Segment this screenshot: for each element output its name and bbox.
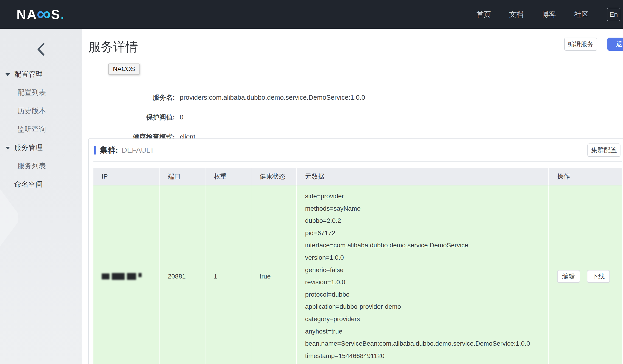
column-header-health: 健康状态 <box>251 168 297 185</box>
instances-table: IP 端口 权重 健康状态 元数据 操作 20881 1 <box>93 168 622 364</box>
column-header-operation: 操作 <box>549 168 622 185</box>
accent-bar <box>94 146 96 155</box>
instance-row: 20881 1 true side=provider methods=sayNa… <box>93 185 622 364</box>
field-value: providers:com.alibaba.dubbo.demo.service… <box>180 93 365 102</box>
sidebar: 配置管理 配置列表 历史版本 监听查询 服务管理 服务列表 命名空间 <box>0 29 82 364</box>
column-header-port: 端口 <box>159 168 205 185</box>
cell-healthy: true <box>251 185 297 364</box>
sidebar-group-label: 配置管理 <box>14 70 43 78</box>
metadata-line: category=providers <box>305 313 544 325</box>
top-navigation: 首页 文档 博客 社区 En <box>477 8 623 21</box>
caret-down-icon <box>5 73 10 76</box>
sidebar-group-label: 服务管理 <box>14 143 43 152</box>
page-header: 服务详情 编辑服务 返回 <box>82 29 623 56</box>
sidebar-item-history-versions[interactable]: 历史版本 <box>0 102 82 120</box>
field-label: 服务名: <box>82 93 175 102</box>
cell-port: 20881 <box>159 185 205 364</box>
nacos-tooltip-badge: NACOS <box>108 63 140 75</box>
back-button[interactable]: 返回 <box>607 38 623 51</box>
cluster-name: DEFAULT <box>122 146 154 155</box>
chevron-left-icon <box>36 42 46 56</box>
table-header-row: IP 端口 权重 健康状态 元数据 操作 <box>93 168 622 185</box>
sidebar-group-service-management[interactable]: 服务管理 <box>0 139 82 157</box>
cell-ip <box>93 185 159 364</box>
sidebar-item-service-list[interactable]: 服务列表 <box>0 157 82 175</box>
edit-service-button[interactable]: 编辑服务 <box>564 38 597 51</box>
nacos-console-page: NA∞S. 首页 文档 博客 社区 En 配置管理 配置列表 历史版本 监听查询 <box>0 0 623 364</box>
main-content: 服务详情 编辑服务 返回 NACOS 服务名: providers:com.al… <box>82 29 623 364</box>
language-toggle-button[interactable]: En <box>607 8 620 21</box>
instance-edit-button[interactable]: 编辑 <box>557 270 580 283</box>
field-value: 0 <box>180 113 183 122</box>
metadata-line: protocol=dubbo <box>305 288 544 301</box>
column-header-metadata: 元数据 <box>297 168 549 185</box>
page-title: 服务详情 <box>88 39 623 56</box>
cluster-config-button[interactable]: 集群配置 <box>587 143 621 157</box>
ip-redacted-blocks <box>102 273 159 280</box>
metadata-line: bean.name=ServiceBean:com.alibaba.dubbo.… <box>305 337 544 350</box>
column-header-weight: 权重 <box>205 168 251 185</box>
sidebar-item-config-list[interactable]: 配置列表 <box>0 83 82 102</box>
logo-dot: . <box>61 8 65 21</box>
logo-infinity-icon: ∞ <box>37 7 51 20</box>
field-service-name: 服务名: providers:com.alibaba.dubbo.demo.se… <box>82 93 365 102</box>
nav-home[interactable]: 首页 <box>477 10 491 19</box>
nacos-logo[interactable]: NA∞S. <box>17 8 65 21</box>
metadata-line: pid=67172 <box>305 227 544 239</box>
cluster-label: 集群: <box>100 145 118 155</box>
sidebar-decoration <box>0 189 18 246</box>
instance-offline-button[interactable]: 下线 <box>587 270 610 283</box>
metadata-line: application=dubbo-provider-demo <box>305 301 544 313</box>
metadata-line: anyhost=true <box>305 325 544 338</box>
sidebar-item-namespace[interactable]: 命名空间 <box>0 175 82 193</box>
metadata-line: side=provider <box>305 190 544 202</box>
nav-docs[interactable]: 文档 <box>509 10 523 19</box>
divider <box>93 161 622 162</box>
sidebar-item-listener-query[interactable]: 监听查询 <box>0 120 82 139</box>
metadata-line: version=1.0.0 <box>305 251 544 264</box>
cell-operations: 编辑 下线 <box>549 185 622 364</box>
column-header-ip: IP <box>93 168 159 185</box>
cell-weight: 1 <box>205 185 251 364</box>
sidebar-menu: 配置管理 配置列表 历史版本 监听查询 服务管理 服务列表 命名空间 <box>0 65 82 193</box>
metadata-line: timestamp=1544668491120 <box>305 350 544 362</box>
cluster-header: 集群: DEFAULT 集群配置 <box>93 139 622 161</box>
metadata-line: interface=com.alibaba.dubbo.demo.service… <box>305 239 544 251</box>
sidebar-collapse-button[interactable] <box>0 41 82 57</box>
cell-metadata: side=provider methods=sayName dubbo=2.0.… <box>297 185 549 364</box>
metadata-line: methods=sayName <box>305 202 544 215</box>
metadata-line: dubbo=2.0.2 <box>305 215 544 227</box>
nav-blog[interactable]: 博客 <box>542 10 556 19</box>
logo-text-right: S <box>51 8 61 21</box>
cluster-card: 集群: DEFAULT 集群配置 IP 端口 权重 健康状态 元数据 <box>88 139 623 364</box>
sidebar-group-config-management[interactable]: 配置管理 <box>0 65 82 83</box>
logo-text-left: NA <box>17 8 37 21</box>
field-protect-threshold: 保护阀值: 0 <box>82 113 365 122</box>
topbar: NA∞S. 首页 文档 博客 社区 En <box>0 0 623 29</box>
nav-community[interactable]: 社区 <box>574 10 589 19</box>
caret-down-icon <box>5 147 10 149</box>
metadata-line: generic=false <box>305 264 544 276</box>
metadata-line: revision=1.0.0 <box>305 276 544 288</box>
field-label: 保护阀值: <box>82 113 175 122</box>
